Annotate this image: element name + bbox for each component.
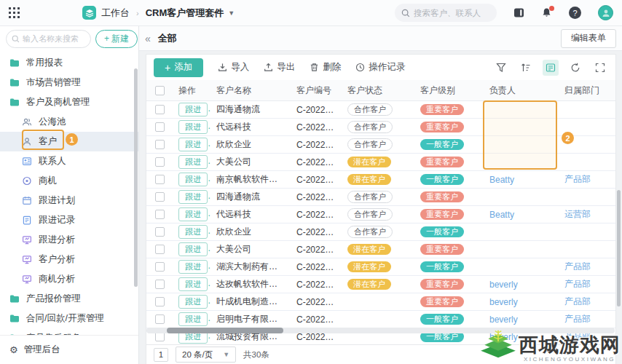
owner-link[interactable]: Beatty — [489, 210, 514, 220]
owner-link[interactable]: Beatty — [489, 175, 514, 185]
sidebar-item[interactable]: 客户及商机管理 — [0, 92, 138, 112]
department-link[interactable]: 产品部 — [564, 174, 591, 184]
follow-up-button[interactable]: 跟进 — [178, 103, 208, 116]
export-button[interactable]: 导出 — [264, 61, 295, 74]
row-checkbox[interactable] — [155, 314, 165, 324]
follow-up-button[interactable]: 跟进 — [178, 138, 208, 151]
department-link[interactable]: 产品部 — [564, 261, 591, 272]
sidebar-search-input[interactable] — [23, 34, 85, 43]
cell-customer-level: 重要客户 — [414, 191, 484, 202]
table-row: 跟进大美公司C-20220608...潜在客户重要客户 — [146, 154, 615, 171]
notifications-bell-icon[interactable] — [541, 7, 552, 18]
sidebar-item[interactable]: 联系人 — [0, 151, 138, 171]
department-link[interactable]: 产品部 — [564, 314, 591, 324]
sidebar-item[interactable]: 跟进记录 — [0, 210, 138, 230]
delete-button[interactable]: 删除 — [310, 61, 341, 74]
cell-owner: beverly — [484, 314, 559, 325]
sidebar-item[interactable]: 跟进分析 — [0, 230, 138, 250]
chart-icon — [22, 255, 32, 264]
select-all-checkbox[interactable] — [155, 86, 165, 95]
page-size-select[interactable]: 20 条/页 ▼ — [176, 347, 236, 363]
contact-icon — [22, 157, 32, 166]
row-checkbox[interactable] — [155, 262, 165, 272]
cell-customer-name: 代远科技 — [210, 208, 291, 221]
sidebar-item[interactable]: 商机 — [0, 171, 138, 191]
card-view-icon[interactable] — [543, 60, 559, 76]
sidebar-item[interactable]: 产品报价管理 — [0, 289, 138, 309]
sidebar-search[interactable] — [6, 30, 91, 48]
row-checkbox[interactable] — [155, 210, 165, 219]
owner-link[interactable]: beverly — [489, 314, 518, 325]
row-checkbox[interactable] — [155, 227, 165, 237]
sidebar-item[interactable]: 常用报表 — [0, 53, 138, 73]
department-link[interactable]: 运营部 — [564, 209, 591, 219]
vertical-scrollbar[interactable] — [617, 190, 621, 306]
sidebar-item[interactable]: 合同/回款/开票管理 — [0, 309, 138, 328]
panel-toggle-icon[interactable] — [513, 7, 524, 18]
import-button[interactable]: 导入 — [218, 61, 249, 74]
breadcrumb-workspace[interactable]: 工作台 — [101, 7, 130, 20]
sidebar-scrollbar[interactable] — [134, 68, 138, 287]
sidebar-item[interactable]: 商机分析 — [0, 269, 138, 289]
row-checkbox[interactable] — [155, 140, 165, 149]
row-checkbox[interactable] — [155, 192, 165, 202]
row-checkbox[interactable] — [155, 175, 165, 184]
department-link[interactable]: 产品部 — [564, 279, 591, 289]
app-title-dropdown-icon[interactable]: ▼ — [228, 9, 235, 17]
row-checkbox[interactable] — [155, 297, 165, 306]
sidebar-item[interactable]: 跟进计划 — [0, 191, 138, 210]
chart-icon — [22, 235, 32, 245]
sidebar-item[interactable]: 产品售后服务 — [0, 328, 138, 335]
sidebar-item-label: 常用报表 — [26, 57, 63, 69]
sidebar-item[interactable]: 客户分析 — [0, 250, 138, 269]
follow-up-button[interactable]: 跟进 — [178, 207, 208, 221]
sidebar-item[interactable]: 公海池 — [0, 112, 138, 132]
table-row: 跟进叶成机电制造有限公...C-20220602...重要客户beverly产品… — [146, 293, 615, 311]
row-checkbox[interactable] — [155, 122, 165, 132]
row-checkbox[interactable] — [155, 280, 165, 289]
row-checkbox[interactable] — [155, 105, 165, 114]
follow-up-button[interactable]: 跟进 — [178, 155, 208, 169]
follow-up-button[interactable]: 跟进 — [178, 312, 208, 326]
global-search[interactable] — [395, 4, 497, 22]
refresh-icon[interactable] — [567, 60, 583, 76]
cell-customer-name: 启明电子有限公司 — [210, 313, 291, 325]
sidebar-item[interactable]: 市场营销管理 — [0, 73, 138, 92]
app-grid-icon[interactable] — [9, 7, 20, 18]
column-settings-icon[interactable] — [518, 60, 534, 76]
owner-link[interactable]: beverly — [489, 297, 518, 307]
help-icon[interactable]: ? — [569, 7, 581, 19]
follow-up-button[interactable]: 跟进 — [178, 295, 208, 309]
follow-up-button[interactable]: 跟进 — [178, 260, 208, 274]
operation-log-button[interactable]: 操作记录 — [355, 61, 405, 74]
follow-up-button[interactable]: 跟进 — [178, 277, 208, 291]
follow-up-button[interactable]: 跟进 — [178, 120, 208, 134]
new-button[interactable]: +新建 — [95, 30, 138, 48]
collapse-sidebar-icon[interactable]: « — [141, 33, 155, 44]
follow-up-button[interactable]: 跟进 — [178, 173, 208, 186]
page-number[interactable]: 1 — [154, 348, 168, 362]
follow-up-button[interactable]: 跟进 — [178, 242, 208, 256]
fullscreen-icon[interactable] — [592, 60, 608, 76]
cell-customer-name: 大美公司 — [210, 243, 291, 256]
table-row: 跟进湖滨大制药有限公司C-20220607...潜在客户一般客户产品部 — [146, 258, 615, 276]
status-badge: 合作客户 — [347, 226, 393, 238]
sidebar-item-admin[interactable]: ⚙ 管理后台 — [0, 335, 138, 364]
breadcrumb-app-title[interactable]: CRM客户管理套件 — [146, 7, 224, 20]
row-checkbox[interactable] — [155, 157, 165, 167]
tab-all[interactable]: 全部 — [158, 32, 177, 45]
user-avatar[interactable] — [598, 5, 613, 20]
cell-customer-code: C-20220608... — [291, 175, 342, 185]
follow-up-button[interactable]: 跟进 — [178, 190, 208, 204]
owner-link[interactable]: beverly — [489, 280, 518, 290]
row-checkbox[interactable] — [155, 245, 165, 254]
edit-form-button[interactable]: 编辑表单 — [561, 29, 616, 48]
department-link[interactable]: 产品部 — [564, 296, 591, 306]
horizontal-scrollbar-handle[interactable] — [167, 328, 283, 333]
global-search-input[interactable] — [414, 9, 490, 17]
add-button[interactable]: + 添加 — [154, 58, 203, 77]
filter-icon[interactable] — [493, 60, 509, 76]
follow-up-button[interactable]: 跟进 — [178, 225, 208, 239]
status-badge: 潜在客户 — [347, 157, 391, 167]
cell-customer-level: 一般客户 — [414, 226, 484, 237]
